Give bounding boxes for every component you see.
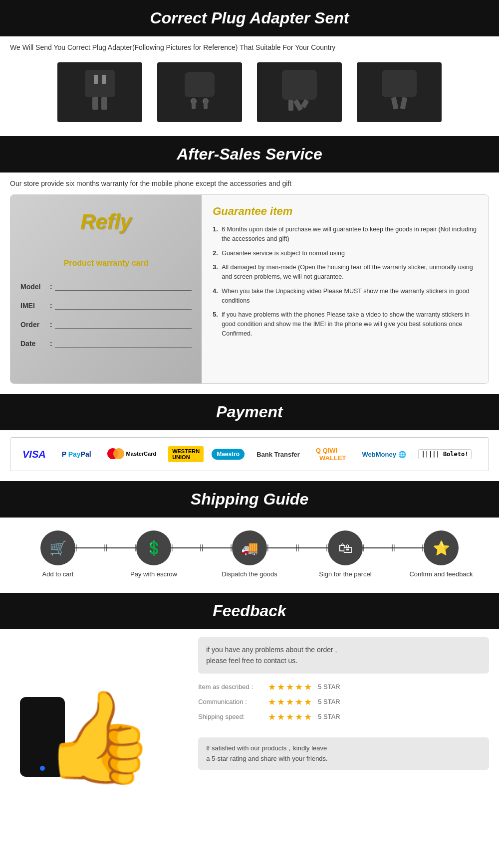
rating-label-1: Item as described :: [198, 683, 268, 691]
svg-rect-1: [92, 97, 98, 110]
stars-1: ★★★★★: [268, 682, 313, 693]
shipping-section: 🛒 Add to cart 💲 Pay with escrow 🚚 Dispat…: [0, 518, 499, 593]
shipping-step-4: 🛍 Sign for the parcel: [297, 530, 393, 578]
svg-rect-14: [382, 70, 417, 97]
feedback-content: 👍 if you have any problems about the ord…: [10, 637, 489, 777]
svg-rect-9: [204, 98, 208, 109]
aftersales-section: Our store provide six months warranty fo…: [0, 173, 499, 394]
plug-subtitle: We Will Send You Correct Plug Adapter(Fo…: [10, 43, 489, 51]
rating-row-1: Item as described : ★★★★★ 5 STAR: [198, 682, 489, 693]
feedback-section: 👍 if you have any problems about the ord…: [0, 629, 499, 787]
feedback-bubble: if you have any problems about the order…: [198, 637, 489, 674]
star-count-2: 5 STAR: [318, 698, 340, 705]
warranty-field-date: Date :: [20, 340, 192, 347]
guarantee-item-3: All damaged by man-made (Open the housin…: [213, 263, 478, 282]
paypal-logo: P PayPal: [58, 448, 95, 460]
shipping-step-1: 🛒 Add to cart: [10, 530, 106, 578]
au-plug-svg: [369, 67, 429, 117]
shipping-step-5: ⭐ Confirm and feedback: [393, 530, 489, 578]
warranty-field-imei: IMEI :: [20, 302, 192, 310]
us-plug-svg: [70, 67, 130, 117]
maestro-logo: Maestro: [212, 449, 245, 460]
plug-uk: [257, 62, 342, 122]
warranty-brand: Refly: [80, 210, 132, 234]
section-header-payment: Payment: [0, 394, 499, 430]
shipping-step-2: 💲 Pay with escrow: [106, 530, 202, 578]
payment-logos: VISA P PayPal MasterCard WESTERNUNION Ma…: [10, 437, 489, 471]
svg-rect-0: [85, 70, 115, 97]
boleto-logo: ||||| Boleto!: [418, 449, 472, 459]
stars-3: ★★★★★: [268, 711, 313, 722]
colon: :: [48, 340, 52, 347]
aftersales-subtitle: Our store provide six months warranty fo…: [10, 179, 489, 187]
guarantee-list: 6 Months upon date of purchase.we will g…: [213, 225, 478, 339]
guarantee-item-2: Guarantee service is subject to normal u…: [213, 249, 478, 258]
warranty-field-model: Model :: [20, 283, 192, 291]
colon: :: [48, 283, 52, 291]
feedback-left: 👍: [10, 637, 188, 777]
bank-transfer-logo: Bank Transfer: [252, 449, 304, 460]
step-label-1: Add to cart: [42, 570, 74, 578]
warranty-right: Guarantee item 6 Months upon date of pur…: [202, 195, 489, 383]
step-circle-4: 🛍: [328, 530, 363, 565]
step-label-2: Pay with escrow: [130, 570, 177, 578]
svg-rect-12: [288, 100, 293, 111]
warranty-left: Refly Product warranty card Model : IMEI…: [10, 195, 202, 383]
step-circle-2: 💲: [136, 530, 171, 565]
payment-section: VISA P PayPal MasterCard WESTERNUNION Ma…: [0, 430, 499, 481]
mastercard-logo: MasterCard: [103, 446, 161, 463]
plug-us: [57, 62, 142, 122]
qiwi-logo: Q QIWI WALLET: [312, 445, 350, 464]
warranty-fields: Model : IMEI : Order : Date :: [20, 283, 192, 358]
ratings-block: Item as described : ★★★★★ 5 STAR Communi…: [198, 680, 489, 728]
step-label-5: Confirm and feedback: [409, 570, 473, 578]
star-count-3: 5 STAR: [318, 713, 340, 720]
western-union-logo: WESTERNUNION: [168, 446, 204, 462]
shipping-step-3: 🚚 Dispatch the goods: [202, 530, 297, 578]
shipping-steps: 🛒 Add to cart 💲 Pay with escrow 🚚 Dispat…: [10, 525, 489, 583]
rating-label-3: Shipping speed:: [198, 713, 268, 720]
section-header-feedback: Feedback: [0, 593, 499, 629]
svg-rect-8: [192, 98, 196, 109]
step-circle-3: 🚚: [232, 530, 267, 565]
svg-rect-5: [185, 72, 215, 97]
plug-eu: [157, 62, 242, 122]
rating-label-2: Communication :: [198, 698, 268, 705]
svg-rect-3: [94, 75, 98, 84]
stars-2: ★★★★★: [268, 696, 313, 707]
uk-plug-svg: [269, 67, 329, 117]
section-header-shipping: Shipping Guide: [0, 481, 499, 518]
visa-logo: VISA: [18, 447, 50, 462]
plug-section: We Will Send You Correct Plug Adapter(Fo…: [0, 36, 499, 136]
rating-row-2: Communication : ★★★★★ 5 STAR: [198, 696, 489, 707]
colon: :: [48, 321, 52, 329]
plug-au: [357, 62, 442, 122]
colon: :: [48, 302, 52, 310]
plug-images: [10, 57, 489, 131]
step-label-4: Sign for the parcel: [319, 570, 372, 578]
svg-rect-4: [102, 75, 106, 84]
eu-plug-svg: [170, 67, 230, 117]
step-circle-1: 🛒: [40, 530, 75, 565]
guarantee-item-5: if you have problems with the phones Ple…: [213, 310, 478, 338]
warranty-card: Refly Product warranty card Model : IMEI…: [10, 194, 489, 384]
warranty-field-order: Order :: [20, 321, 192, 329]
step-label-3: Dispatch the goods: [222, 570, 277, 578]
guarantee-item-1: 6 Months upon date of purchase.we will g…: [213, 225, 478, 244]
section-header-aftersales: After-Sales Service: [0, 136, 499, 173]
svg-rect-15: [391, 97, 399, 110]
svg-rect-10: [282, 70, 317, 100]
thumbs-up-illustration: 👍: [43, 692, 155, 782]
svg-rect-16: [400, 97, 408, 110]
guarantee-item-4: When you take the Unpacking video Please…: [213, 287, 478, 306]
warranty-card-title: Product warranty card: [64, 259, 149, 268]
feedback-right: if you have any problems about the order…: [198, 637, 489, 770]
svg-rect-2: [101, 97, 107, 110]
guarantee-title: Guarantee item: [213, 205, 478, 218]
rating-row-3: Shipping speed: ★★★★★ 5 STAR: [198, 711, 489, 722]
section-header-plug: Correct Plug Adapter Sent: [0, 0, 499, 36]
feedback-bottom-bubble: If satisfied with our products，kindly le…: [198, 737, 489, 770]
webmoney-logo: WebMoney 🌐: [358, 449, 410, 460]
step-circle-5: ⭐: [424, 530, 459, 565]
star-count-1: 5 STAR: [318, 683, 340, 691]
